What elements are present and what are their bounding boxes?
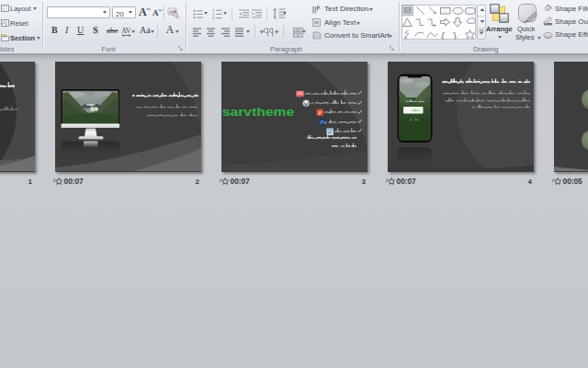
- svg-text:{: {: [441, 30, 445, 40]
- svg-text:A: A: [316, 5, 320, 10]
- svg-text:}: }: [453, 30, 457, 40]
- svg-text:P: P: [318, 110, 322, 116]
- svg-text:Ps: Ps: [320, 120, 326, 125]
- svg-text:AV: AV: [121, 27, 131, 35]
- svg-text:3: 3: [212, 16, 215, 19]
